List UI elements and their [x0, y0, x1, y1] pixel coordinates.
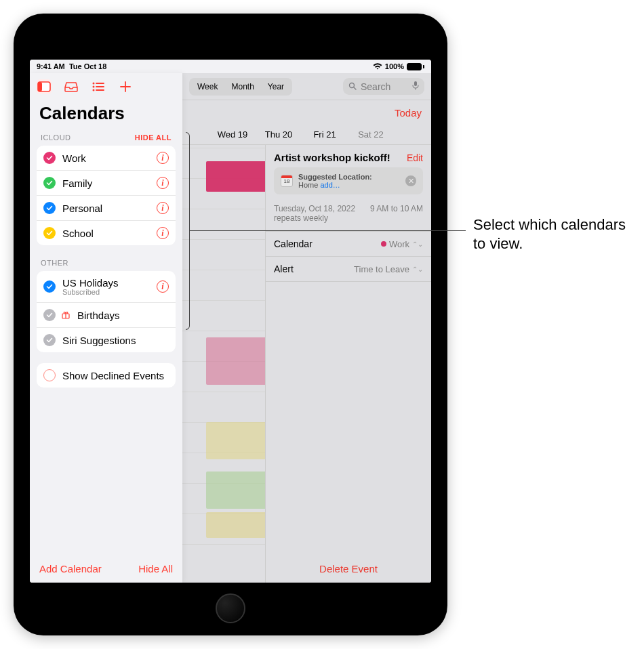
- calendar-label: Work: [62, 152, 150, 164]
- checkmark-icon[interactable]: [43, 334, 56, 346]
- svg-point-6: [93, 86, 95, 88]
- calendar-sublabel: Subscribed: [62, 288, 150, 296]
- dim-overlay: [182, 73, 431, 583]
- callout-leader-line: [189, 230, 466, 231]
- list-icon[interactable]: [91, 79, 106, 94]
- checkmark-icon[interactable]: [43, 152, 56, 164]
- sidebar-footer: Add Calendar Hide All: [30, 555, 182, 583]
- sidebar-title: Calendars: [30, 100, 182, 131]
- inbox-icon[interactable]: [64, 79, 79, 94]
- show-declined-label: Show Declined Events: [62, 370, 169, 381]
- info-icon[interactable]: i: [157, 202, 169, 214]
- status-time: 9:41 AM Tue Oct 18: [37, 62, 106, 70]
- main-content: Week Month Year Search: [182, 73, 431, 583]
- calendars-sidebar: Calendars ICLOUD HIDE ALL Work i: [30, 73, 182, 583]
- sidebar-toggle-icon[interactable]: [37, 79, 52, 94]
- gift-icon: [61, 310, 71, 320]
- empty-circle-icon[interactable]: [43, 369, 56, 381]
- calendar-label: US Holidays: [62, 277, 119, 289]
- status-bar: 9:41 AM Tue Oct 18 100%: [30, 60, 431, 73]
- declined-events-section: Show Declined Events: [37, 363, 176, 388]
- checkmark-icon[interactable]: [43, 309, 56, 321]
- ipad-frame: 9:41 AM Tue Oct 18 100%: [14, 14, 447, 635]
- status-right: 100%: [373, 62, 424, 71]
- section-other-label: OTHER: [41, 259, 68, 267]
- calendar-label: School: [62, 228, 150, 239]
- calendar-label: Family: [62, 177, 150, 189]
- wifi-icon: [373, 62, 382, 71]
- calendar-item-usholidays[interactable]: US Holidays Subscribed i: [37, 271, 176, 303]
- calendar-item-personal[interactable]: Personal i: [37, 196, 176, 221]
- hide-all-icloud-button[interactable]: HIDE ALL: [135, 133, 172, 142]
- calendar-label: Personal: [62, 203, 150, 214]
- hide-all-button[interactable]: Hide All: [138, 563, 173, 574]
- callout-bracket: [186, 132, 190, 330]
- calendar-item-siri[interactable]: Siri Suggestions: [37, 328, 176, 352]
- svg-point-5: [93, 83, 95, 85]
- svg-rect-4: [38, 82, 42, 91]
- sidebar-toolbar: [30, 73, 182, 100]
- show-declined-toggle[interactable]: Show Declined Events: [37, 363, 176, 388]
- checkmark-icon[interactable]: [43, 227, 56, 239]
- add-calendar-button[interactable]: Add Calendar: [39, 563, 102, 574]
- checkmark-icon[interactable]: [43, 202, 56, 214]
- calendar-label: Birthdays: [77, 310, 169, 321]
- calendar-item-family[interactable]: Family i: [37, 171, 176, 196]
- calendar-label: Siri Suggestions: [62, 335, 169, 346]
- icloud-calendar-list: Work i Family i Personal i: [37, 146, 176, 245]
- battery-percent: 100%: [385, 62, 404, 70]
- calendar-item-school[interactable]: School i: [37, 221, 176, 245]
- plus-icon[interactable]: [118, 79, 133, 94]
- checkmark-icon[interactable]: [43, 177, 56, 189]
- calendar-item-work[interactable]: Work i: [37, 146, 176, 171]
- calendar-item-birthdays[interactable]: Birthdays: [37, 303, 176, 328]
- battery-icon: [407, 63, 424, 70]
- svg-point-7: [93, 89, 95, 91]
- info-icon[interactable]: i: [157, 280, 169, 293]
- info-icon[interactable]: i: [157, 152, 169, 164]
- home-button[interactable]: [216, 593, 245, 623]
- callout-text: Select which calendars to view.: [473, 215, 636, 253]
- other-calendar-list: US Holidays Subscribed i Birthdays: [37, 271, 176, 352]
- info-icon[interactable]: i: [157, 177, 169, 189]
- checkmark-icon[interactable]: [43, 280, 56, 293]
- section-icloud-label: ICLOUD: [41, 133, 71, 142]
- info-icon[interactable]: i: [157, 227, 169, 239]
- screen: 9:41 AM Tue Oct 18 100%: [30, 60, 431, 583]
